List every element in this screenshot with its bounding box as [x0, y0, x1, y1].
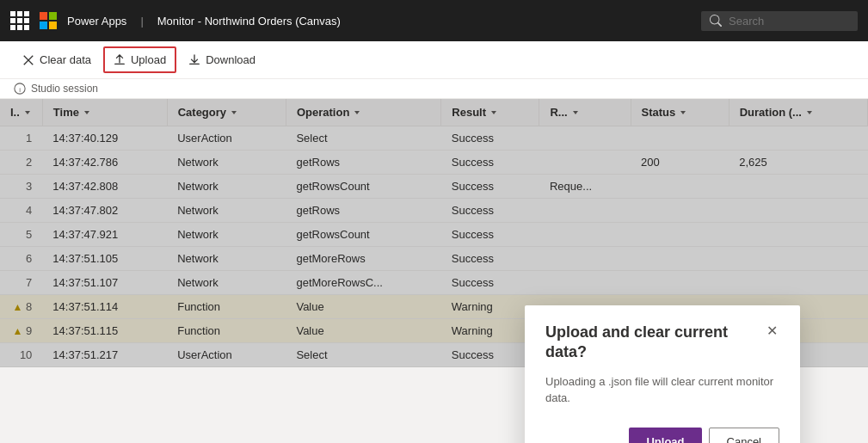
clear-icon — [22, 54, 34, 66]
search-box[interactable] — [701, 11, 858, 31]
upload-label: Upload — [131, 53, 166, 66]
info-icon: i — [14, 83, 26, 95]
content-area: I.. Time Category Operation Result R... … — [0, 99, 868, 367]
download-label: Download — [206, 53, 255, 66]
dialog-close-button[interactable]: ✕ — [765, 323, 779, 340]
app-name: Power Apps — [67, 15, 126, 28]
clear-data-label: Clear data — [40, 53, 91, 66]
session-label: Studio session — [31, 83, 98, 95]
clear-data-button[interactable]: Clear data — [14, 48, 100, 71]
microsoft-logo — [40, 12, 57, 29]
upload-dialog: Upload and clear current data? ✕ Uploadi… — [525, 305, 800, 443]
dialog-header: Upload and clear current data? ✕ — [545, 323, 779, 363]
toolbar: Clear data Upload Download — [0, 41, 868, 79]
dialog-footer: Upload Cancel — [545, 428, 779, 443]
search-input[interactable] — [729, 15, 849, 28]
session-row: i Studio session — [0, 79, 868, 99]
download-icon — [188, 54, 200, 66]
dialog-title: Upload and clear current data? — [545, 323, 754, 363]
topbar: Power Apps | Monitor - Northwind Orders … — [0, 0, 868, 41]
download-button[interactable]: Download — [180, 48, 264, 71]
dialog-body: Uploading a .json file will clear curren… — [545, 373, 779, 407]
search-icon — [710, 15, 722, 27]
dialog-upload-button[interactable]: Upload — [629, 428, 701, 443]
upload-icon — [114, 54, 126, 66]
upload-button[interactable]: Upload — [103, 46, 176, 73]
dialog-cancel-button[interactable]: Cancel — [709, 428, 779, 443]
svg-text:i: i — [19, 86, 21, 94]
waffle-menu[interactable] — [10, 11, 29, 30]
topbar-divider: | — [140, 15, 143, 28]
page-title: Monitor - Northwind Orders (Canvas) — [157, 15, 341, 28]
